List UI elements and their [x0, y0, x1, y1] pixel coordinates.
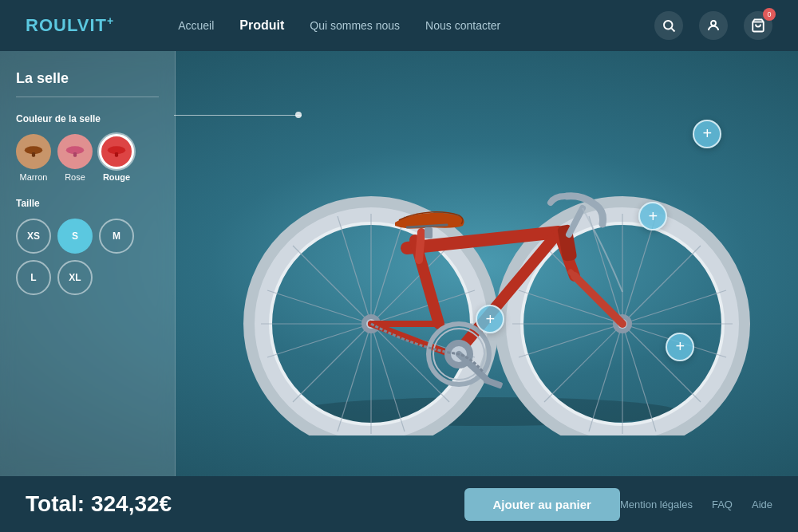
color-swatch-rose[interactable]: Rose	[57, 134, 93, 182]
footer-link-mentions[interactable]: Mention légales	[620, 499, 693, 510]
svg-rect-7	[73, 152, 77, 157]
bike-container: + + + +	[215, 93, 758, 435]
logo-accent: VIT	[77, 16, 107, 36]
sidebar-title: La selle	[16, 70, 159, 97]
logo: ROULVIT+	[26, 14, 114, 36]
connector-line	[174, 115, 302, 116]
size-section-label: Taille	[16, 198, 159, 209]
nav: Accueil Produit Qui sommes nous Nous con…	[178, 18, 654, 33]
svg-line-1	[671, 28, 674, 31]
footer-link-aide[interactable]: Aide	[752, 499, 772, 510]
nav-produit[interactable]: Produit	[239, 18, 284, 33]
plus-btn-bottom-right[interactable]: +	[666, 333, 694, 361]
cart-icon[interactable]: 0	[744, 11, 772, 40]
size-l[interactable]: L	[16, 260, 51, 295]
cart-badge-count: 0	[763, 8, 776, 21]
search-icon[interactable]	[654, 11, 683, 40]
svg-rect-62	[483, 376, 503, 389]
nav-accueil[interactable]: Accueil	[178, 19, 214, 32]
svg-point-0	[664, 21, 673, 30]
color-swatches: Marron Rose	[16, 134, 159, 182]
total-price: Total: 324,32€	[26, 491, 464, 517]
footer: Total: 324,32€ Ajouter au panier Mention…	[0, 476, 798, 532]
footer-links: Mention légales FAQ Aide	[620, 499, 772, 510]
size-m[interactable]: M	[99, 219, 134, 254]
bike-image	[215, 93, 758, 435]
size-section: Taille XS S M L XL	[16, 198, 159, 295]
svg-line-54	[419, 232, 421, 260]
svg-rect-5	[32, 152, 35, 157]
nav-qui[interactable]: Qui sommes nous	[310, 19, 400, 32]
footer-link-faq[interactable]: FAQ	[712, 499, 733, 510]
svg-line-23	[267, 324, 371, 357]
size-grid: XS S M L XL	[16, 219, 159, 295]
header: ROULVIT+ Accueil Produit Qui sommes nous…	[0, 0, 798, 51]
logo-text: ROUL	[26, 16, 77, 36]
user-icon[interactable]	[699, 11, 728, 40]
swatch-label-marron: Marron	[20, 172, 48, 182]
size-xl[interactable]: XL	[57, 260, 93, 295]
svg-line-43	[622, 290, 726, 324]
size-s[interactable]: S	[57, 219, 93, 254]
logo-plus: +	[107, 14, 114, 27]
color-swatch-marron[interactable]: Marron	[16, 134, 51, 182]
add-to-cart-button[interactable]: Ajouter au panier	[464, 488, 620, 521]
swatch-label-rose: Rose	[65, 172, 85, 182]
size-xs[interactable]: XS	[16, 219, 51, 254]
nav-contact[interactable]: Nous contacter	[425, 19, 500, 32]
swatch-label-rouge: Rouge	[103, 172, 130, 182]
svg-line-24	[267, 290, 371, 324]
sidebar-panel: La selle Couleur de la selle Marron	[0, 51, 176, 476]
svg-point-2	[711, 21, 716, 26]
svg-rect-56	[425, 227, 433, 238]
header-icons: 0	[654, 11, 772, 40]
svg-line-22	[371, 290, 475, 324]
color-swatch-rouge[interactable]: Rouge	[99, 134, 134, 182]
svg-rect-9	[115, 152, 118, 157]
color-section-label: Couleur de la selle	[16, 113, 159, 124]
svg-line-44	[519, 324, 622, 357]
